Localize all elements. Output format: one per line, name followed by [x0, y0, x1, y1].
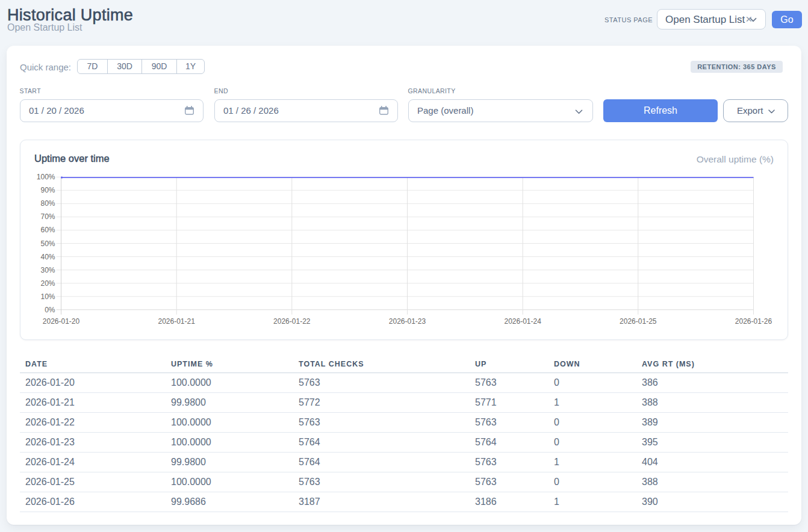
svg-text:50%: 50% [40, 240, 55, 248]
svg-text:2026-01-25: 2026-01-25 [620, 317, 657, 326]
svg-text:100%: 100% [37, 173, 55, 181]
svg-text:30%: 30% [40, 266, 55, 274]
svg-text:2026-01-26: 2026-01-26 [735, 317, 772, 326]
svg-text:90%: 90% [40, 186, 55, 194]
svg-text:20%: 20% [40, 279, 55, 288]
svg-text:2026-01-20: 2026-01-20 [43, 317, 80, 326]
svg-text:40%: 40% [40, 253, 55, 261]
svg-text:2026-01-22: 2026-01-22 [273, 317, 311, 326]
svg-text:2026-01-24: 2026-01-24 [505, 317, 542, 326]
svg-text:80%: 80% [40, 199, 55, 208]
svg-text:2026-01-21: 2026-01-21 [158, 317, 196, 326]
svg-text:70%: 70% [40, 212, 55, 221]
svg-text:60%: 60% [40, 226, 55, 234]
svg-text:10%: 10% [40, 292, 55, 301]
svg-text:2026-01-23: 2026-01-23 [389, 317, 426, 326]
svg-text:0%: 0% [45, 306, 55, 314]
